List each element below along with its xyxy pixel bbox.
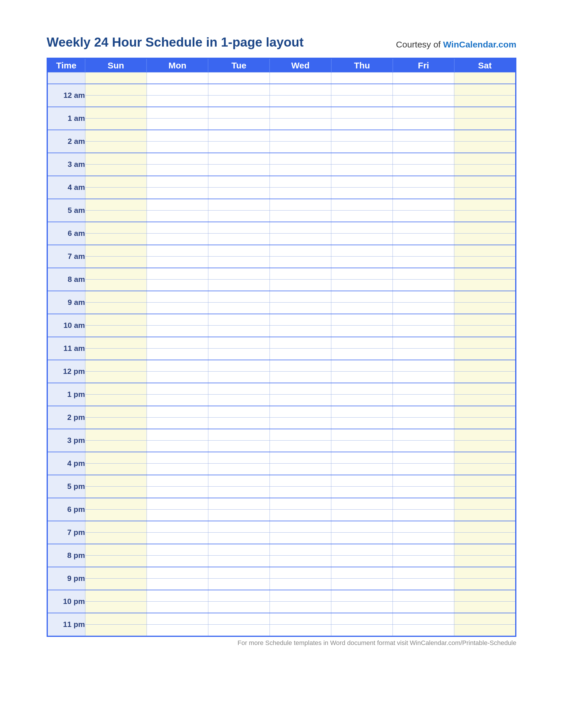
schedule-cell[interactable]: [85, 165, 146, 176]
schedule-cell[interactable]: [269, 567, 331, 579]
schedule-cell[interactable]: [454, 211, 516, 222]
schedule-cell[interactable]: [331, 418, 393, 429]
schedule-cell[interactable]: [208, 556, 269, 567]
schedule-cell[interactable]: [393, 372, 454, 383]
schedule-cell[interactable]: [331, 176, 393, 188]
schedule-cell[interactable]: [454, 142, 516, 153]
schedule-cell[interactable]: [393, 602, 454, 613]
schedule-cell[interactable]: [454, 418, 516, 429]
schedule-cell[interactable]: [85, 544, 146, 556]
schedule-cell[interactable]: [454, 349, 516, 360]
schedule-cell[interactable]: [393, 268, 454, 280]
schedule-cell[interactable]: [454, 360, 516, 372]
schedule-cell[interactable]: [146, 533, 208, 544]
schedule-cell[interactable]: [331, 487, 393, 498]
schedule-cell[interactable]: [331, 130, 393, 142]
schedule-cell[interactable]: [331, 119, 393, 130]
schedule-cell[interactable]: [85, 349, 146, 360]
schedule-cell[interactable]: [454, 176, 516, 188]
schedule-cell[interactable]: [146, 153, 208, 165]
schedule-cell[interactable]: [146, 73, 208, 84]
schedule-cell[interactable]: [208, 96, 269, 107]
schedule-cell[interactable]: [393, 314, 454, 326]
schedule-cell[interactable]: [85, 268, 146, 280]
schedule-cell[interactable]: [393, 625, 454, 637]
schedule-cell[interactable]: [393, 96, 454, 107]
schedule-cell[interactable]: [85, 303, 146, 314]
schedule-cell[interactable]: [269, 452, 331, 464]
schedule-cell[interactable]: [393, 590, 454, 602]
schedule-cell[interactable]: [393, 498, 454, 510]
schedule-cell[interactable]: [454, 556, 516, 567]
schedule-cell[interactable]: [331, 280, 393, 291]
schedule-cell[interactable]: [208, 429, 269, 441]
schedule-cell[interactable]: [331, 395, 393, 406]
schedule-cell[interactable]: [146, 268, 208, 280]
schedule-cell[interactable]: [85, 567, 146, 579]
schedule-cell[interactable]: [331, 533, 393, 544]
schedule-cell[interactable]: [85, 533, 146, 544]
schedule-cell[interactable]: [269, 475, 331, 487]
schedule-cell[interactable]: [393, 464, 454, 475]
schedule-cell[interactable]: [146, 452, 208, 464]
schedule-cell[interactable]: [393, 211, 454, 222]
schedule-cell[interactable]: [269, 73, 331, 84]
schedule-cell[interactable]: [331, 590, 393, 602]
schedule-cell[interactable]: [208, 360, 269, 372]
schedule-cell[interactable]: [269, 199, 331, 211]
schedule-cell[interactable]: [393, 533, 454, 544]
schedule-cell[interactable]: [454, 533, 516, 544]
schedule-cell[interactable]: [454, 165, 516, 176]
schedule-cell[interactable]: [454, 510, 516, 521]
schedule-cell[interactable]: [331, 625, 393, 637]
schedule-cell[interactable]: [393, 395, 454, 406]
schedule-cell[interactable]: [454, 199, 516, 211]
schedule-cell[interactable]: [331, 360, 393, 372]
schedule-cell[interactable]: [208, 153, 269, 165]
schedule-cell[interactable]: [269, 544, 331, 556]
schedule-cell[interactable]: [269, 441, 331, 452]
schedule-cell[interactable]: [331, 142, 393, 153]
schedule-cell[interactable]: [269, 625, 331, 637]
schedule-cell[interactable]: [146, 383, 208, 395]
schedule-cell[interactable]: [146, 291, 208, 303]
schedule-cell[interactable]: [146, 372, 208, 383]
schedule-cell[interactable]: [85, 360, 146, 372]
schedule-cell[interactable]: [331, 303, 393, 314]
schedule-cell[interactable]: [146, 521, 208, 533]
schedule-cell[interactable]: [331, 107, 393, 119]
schedule-cell[interactable]: [85, 510, 146, 521]
schedule-cell[interactable]: [331, 349, 393, 360]
schedule-cell[interactable]: [146, 107, 208, 119]
schedule-cell[interactable]: [85, 602, 146, 613]
schedule-cell[interactable]: [454, 119, 516, 130]
schedule-cell[interactable]: [208, 142, 269, 153]
schedule-cell[interactable]: [85, 84, 146, 96]
schedule-cell[interactable]: [393, 176, 454, 188]
schedule-cell[interactable]: [393, 291, 454, 303]
schedule-cell[interactable]: [331, 268, 393, 280]
schedule-cell[interactable]: [331, 73, 393, 84]
schedule-cell[interactable]: [454, 429, 516, 441]
schedule-cell[interactable]: [208, 268, 269, 280]
schedule-cell[interactable]: [454, 475, 516, 487]
schedule-cell[interactable]: [454, 613, 516, 625]
schedule-cell[interactable]: [85, 429, 146, 441]
schedule-cell[interactable]: [331, 222, 393, 234]
schedule-cell[interactable]: [146, 119, 208, 130]
schedule-cell[interactable]: [454, 372, 516, 383]
schedule-cell[interactable]: [393, 360, 454, 372]
schedule-cell[interactable]: [146, 487, 208, 498]
schedule-cell[interactable]: [331, 441, 393, 452]
schedule-cell[interactable]: [208, 165, 269, 176]
schedule-cell[interactable]: [146, 510, 208, 521]
schedule-cell[interactable]: [85, 280, 146, 291]
schedule-cell[interactable]: [393, 579, 454, 590]
schedule-cell[interactable]: [146, 142, 208, 153]
schedule-cell[interactable]: [331, 188, 393, 199]
schedule-cell[interactable]: [208, 119, 269, 130]
schedule-cell[interactable]: [331, 452, 393, 464]
schedule-cell[interactable]: [393, 349, 454, 360]
schedule-cell[interactable]: [454, 602, 516, 613]
schedule-cell[interactable]: [269, 395, 331, 406]
